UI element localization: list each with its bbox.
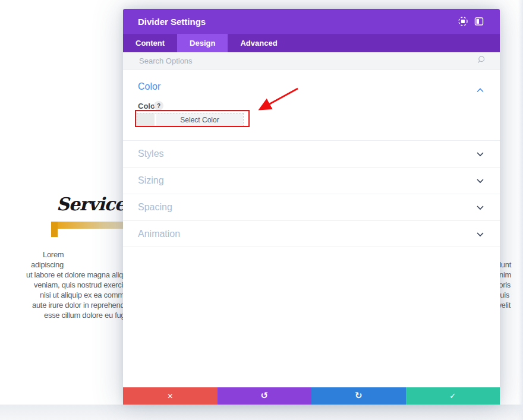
section-styles[interactable]: Styles — [123, 140, 500, 167]
section-color-title: Color — [138, 81, 160, 92]
modal-header: Divider Settings — [123, 9, 500, 34]
color-swatch[interactable] — [137, 113, 156, 126]
tab-content[interactable]: Content — [123, 34, 177, 52]
modal-content: Color Color ? Select Color Styles Sizing — [123, 70, 500, 387]
section-animation-title: Animation — [138, 229, 180, 239]
chevron-down-icon — [477, 149, 484, 159]
chevron-down-icon — [477, 229, 484, 239]
lorem-line: Lorem — [43, 251, 64, 259]
section-animation[interactable]: Animation — [123, 220, 500, 247]
discard-button[interactable]: ✕ — [123, 387, 218, 405]
page-bottom-strip — [0, 405, 523, 420]
modal-tabs: Content Design Advanced — [123, 34, 500, 52]
tab-design[interactable]: Design — [177, 34, 228, 52]
page-right-edge — [518, 0, 523, 420]
divider-block — [51, 222, 58, 237]
section-spacing-title: Spacing — [138, 202, 172, 213]
search-bar — [123, 52, 500, 70]
redo-button[interactable]: ↻ — [311, 387, 406, 405]
section-sizing[interactable]: Sizing — [123, 167, 500, 194]
chevron-up-icon[interactable] — [477, 84, 484, 95]
save-button[interactable]: ✓ — [406, 387, 500, 405]
expand-icon[interactable] — [458, 16, 468, 27]
check-icon: ✓ — [449, 392, 456, 400]
chevron-down-icon — [477, 175, 484, 186]
lorem-line: adipiscing — [31, 261, 64, 269]
help-icon[interactable]: ? — [154, 101, 163, 110]
divider-settings-modal: Divider Settings Content Design Advanced — [123, 9, 500, 405]
undo-button[interactable]: ↺ — [218, 387, 312, 405]
section-spacing[interactable]: Spacing — [123, 194, 500, 220]
tab-advanced[interactable]: Advanced — [228, 34, 289, 52]
select-color-button[interactable]: Select Color — [156, 113, 243, 126]
x-icon: ✕ — [167, 393, 173, 400]
section-styles-title: Styles — [138, 149, 164, 159]
modal-title: Divider Settings — [138, 17, 458, 27]
chevron-down-icon — [477, 202, 484, 213]
search-input[interactable] — [138, 56, 477, 66]
section-sizing-title: Sizing — [138, 175, 164, 186]
redo-icon: ↻ — [355, 391, 363, 400]
color-picker-control[interactable]: Select Color — [137, 113, 244, 127]
undo-icon: ↺ — [260, 391, 268, 400]
modal-footer: ✕ ↺ ↻ ✓ — [123, 387, 500, 405]
search-icon — [477, 55, 486, 67]
section-color: Color Color ? Select Color — [123, 70, 500, 140]
snap-panel-icon[interactable] — [474, 16, 484, 27]
